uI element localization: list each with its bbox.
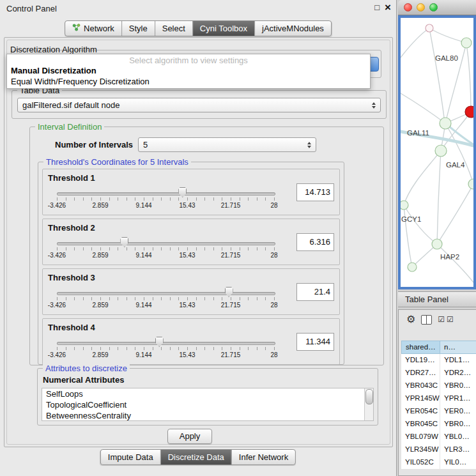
bottom-tab-discretize-data[interactable]: Discretize Data: [161, 450, 232, 464]
network-node-green[interactable]: [468, 179, 473, 189]
table-cell[interactable]: YBR0…: [440, 380, 476, 392]
slider-handle[interactable]: [120, 237, 128, 247]
threshold-value-field[interactable]: 6.316: [296, 233, 334, 251]
table-cell[interactable]: YBL0…: [440, 431, 476, 443]
threshold-value-field[interactable]: 11.344: [296, 333, 334, 351]
scrollbar-thumb[interactable]: [365, 389, 373, 404]
table-cell[interactable]: YBL079W: [401, 431, 440, 443]
tab-jactivemnodules[interactable]: jActiveMNodules: [255, 21, 331, 36]
minimize-icon[interactable]: □: [374, 3, 380, 12]
minimize-traffic-light-icon[interactable]: [417, 3, 425, 12]
table-cell[interactable]: YPR145W: [401, 392, 440, 405]
table-cell[interactable]: YBR045C: [401, 418, 440, 431]
slider-handle[interactable]: [178, 187, 187, 197]
apply-button[interactable]: Apply: [167, 429, 212, 444]
zoom-traffic-light-icon[interactable]: [429, 3, 438, 12]
attributes-items: SelfLoopsTopologicalCoefficientBetweenne…: [42, 388, 373, 421]
table-cell[interactable]: YIL0…: [440, 456, 476, 469]
tick-label: 28: [270, 351, 277, 358]
table-row[interactable]: YBL079WYBL0…: [401, 431, 476, 443]
threshold-slider[interactable]: -3.4262.8599.14415.4321.71528: [57, 186, 274, 213]
close-icon[interactable]: ×: [385, 2, 391, 13]
bottom-tab-infer-network[interactable]: Infer Network: [232, 450, 295, 464]
gear-icon[interactable]: ⚙: [406, 314, 415, 325]
table-row[interactable]: YLR345WYLR3…: [401, 443, 476, 456]
threshold-slider[interactable]: -3.4262.8599.14415.4321.71528: [57, 236, 274, 263]
table-row[interactable]: YER054CYER0…: [401, 405, 476, 418]
table-row[interactable]: YBR045CYBR0…: [401, 418, 476, 431]
tab-network[interactable]: Network: [65, 21, 122, 36]
network-node-green[interactable]: [440, 118, 451, 129]
attributes-scrollbar[interactable]: [364, 388, 373, 420]
table-row[interactable]: YIL052CYIL0…: [401, 456, 476, 469]
network-node-green[interactable]: [408, 263, 417, 272]
table-row[interactable]: YDR27…YDR2…: [401, 367, 476, 380]
table-row[interactable]: YDL19…YDL1…: [401, 354, 476, 367]
dropdown-option-manual-discretization[interactable]: Manual Discretization: [7, 65, 370, 76]
checkbox-icon[interactable]: ☑: [447, 315, 454, 324]
slider-track[interactable]: [57, 242, 275, 245]
tab-style[interactable]: Style: [122, 21, 155, 36]
network-node-green[interactable]: [432, 239, 442, 249]
threshold-value-field[interactable]: 14.713: [296, 183, 334, 201]
checkbox-icon[interactable]: ☑: [438, 315, 445, 324]
table-cell[interactable]: YDL1…: [440, 354, 476, 367]
tick-label: 9.144: [135, 202, 151, 209]
table-cell[interactable]: YDL19…: [401, 354, 440, 367]
interval-definition-label: Interval Definition: [35, 122, 104, 132]
slider-tick-labels: -3.4262.8599.14415.4321.71528: [57, 202, 274, 210]
tick-label: 15.43: [179, 302, 195, 309]
table-panel-title: Table Panel: [405, 295, 449, 304]
slider-track[interactable]: [57, 292, 275, 295]
network-node-pink[interactable]: [426, 24, 433, 32]
network-node-red[interactable]: [465, 106, 473, 118]
table-cell[interactable]: YBR043C: [401, 380, 440, 392]
table-data-combo[interactable]: galFiltered.sif default node: [17, 98, 381, 112]
network-edge: [404, 205, 437, 244]
network-node-green[interactable]: [401, 201, 408, 210]
threshold-slider[interactable]: -3.4262.8599.14415.4321.71528: [57, 335, 274, 362]
table-row[interactable]: YBR043CYBR0…: [401, 380, 476, 392]
number-of-intervals-combo[interactable]: 5: [138, 137, 316, 152]
slider-tick-labels: -3.4262.8599.14415.4321.71528: [57, 302, 274, 309]
table-cell[interactable]: YIL052C: [401, 456, 440, 469]
tick-label: 9.144: [135, 302, 151, 309]
column-header-shared-name[interactable]: shared…: [401, 341, 440, 354]
table-cell[interactable]: YBR0…: [440, 418, 476, 431]
table-cell[interactable]: YLR3…: [440, 443, 476, 456]
tick-label: 21.715: [221, 302, 241, 309]
table-cell[interactable]: YER054C: [401, 405, 440, 418]
table-panel-header[interactable]: Table Panel: [398, 291, 476, 307]
control-panel-window: Control Panel □ × NetworkStyleSelectCyni…: [0, 0, 397, 476]
slider-track[interactable]: [57, 192, 275, 196]
tab-cyni-toolbox[interactable]: Cyni Toolbox: [193, 21, 255, 36]
slider-handle[interactable]: [155, 337, 164, 347]
network-node-green[interactable]: [435, 145, 447, 157]
threshold-value-field[interactable]: 21.4: [296, 283, 334, 301]
list-item-selfloops[interactable]: SelfLoops: [42, 388, 373, 399]
tick-label: 28: [270, 302, 277, 309]
combo-arrows-icon: [372, 102, 376, 109]
table-row[interactable]: YPR145WYPR1…: [401, 392, 476, 405]
table-cell[interactable]: YDR27…: [401, 367, 440, 380]
threshold-slider[interactable]: -3.4262.8599.14415.4321.71528: [57, 286, 274, 312]
attributes-list[interactable]: SelfLoopsTopologicalCoefficientBetweenne…: [42, 388, 374, 421]
list-item-topologicalcoefficient[interactable]: TopologicalCoefficient: [42, 399, 373, 410]
table-cell[interactable]: YDR2…: [440, 367, 476, 380]
table-cell[interactable]: YER0…: [440, 405, 476, 418]
bottom-tab-impute-data[interactable]: Impute Data: [101, 450, 161, 464]
network-titlebar[interactable]: [398, 0, 476, 15]
column-header-name[interactable]: n…: [440, 341, 476, 354]
slider-track[interactable]: [57, 342, 275, 345]
tab-select[interactable]: Select: [155, 21, 193, 36]
columns-icon[interactable]: [421, 315, 432, 325]
network-node-green[interactable]: [461, 38, 472, 48]
close-traffic-light-icon[interactable]: [404, 3, 412, 12]
table-cell[interactable]: YLR345W: [401, 443, 440, 456]
table-cell[interactable]: YPR1…: [440, 392, 476, 405]
slider-handle[interactable]: [225, 287, 233, 297]
network-canvas[interactable]: GAL80GAL11GAL4GCY1HAP2: [398, 15, 476, 289]
tick-label: -3.426: [48, 302, 66, 309]
dropdown-option-equal-width-frequency-discretization[interactable]: Equal Width/Frequency Discretization: [7, 76, 370, 87]
list-item-betweennesscentrality[interactable]: BetweennessCentrality: [42, 410, 373, 421]
